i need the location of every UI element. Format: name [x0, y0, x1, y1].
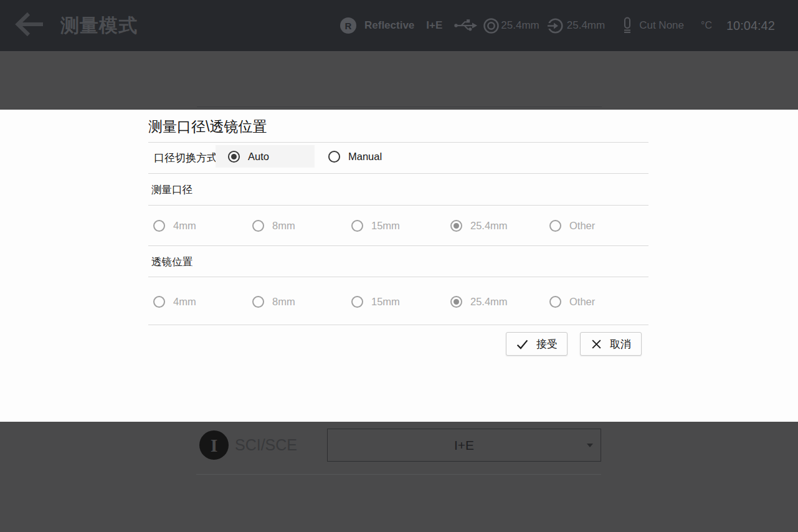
dialog-actions: 接受 取消 — [506, 332, 642, 356]
cancel-button-label: 取消 — [610, 337, 631, 351]
accept-button-label: 接受 — [536, 337, 558, 351]
clock: 10:04:42 — [726, 19, 775, 33]
back-button — [12, 11, 46, 40]
page-title: 测量模式 — [60, 0, 138, 51]
temperature-unit: °C — [701, 20, 712, 31]
scisce-row-label: SCI/SCE — [235, 429, 297, 462]
radio-unselected-icon[interactable] — [328, 151, 340, 163]
radio-unselected-icon — [351, 220, 363, 232]
radio-option-15mm: 15mm — [351, 214, 450, 237]
radio-unselected-icon — [252, 296, 264, 308]
uv-lamp-icon — [622, 17, 633, 35]
radio-option-other: Other — [549, 290, 648, 313]
lens-value: 25.4mm — [567, 19, 605, 32]
reflective-mode-icon: R — [340, 17, 356, 34]
arrow-left-icon — [13, 10, 45, 41]
lens-position-icon — [547, 17, 564, 34]
aperture-switch-label: 口径切换方式 — [154, 151, 217, 165]
radio-unselected-icon — [351, 296, 363, 308]
status-bar: R Reflective I+E 25 — [340, 0, 775, 51]
scisce-badge-icon: I — [199, 430, 229, 460]
radio-option-25-4mm: 25.4mm — [450, 290, 549, 313]
divider — [148, 245, 648, 246]
divider — [148, 325, 648, 325]
radio-manual-label: Manual — [348, 151, 382, 163]
section-label-aperture: 测量口径 — [151, 183, 192, 197]
divider — [148, 205, 648, 206]
radio-option-4mm: 4mm — [153, 214, 252, 237]
mode-label: Reflective — [364, 19, 414, 32]
aperture-options-row: 4mm 8mm 15mm 25.4mm Other — [153, 214, 648, 237]
radio-selected-icon — [450, 296, 462, 308]
aperture-value: 25.4mm — [501, 19, 539, 32]
aperture-icon — [483, 17, 500, 34]
top-bar: 测量模式 R Reflective I+E — [0, 0, 798, 51]
divider — [148, 173, 648, 174]
scisce-dropdown: I+E — [327, 429, 601, 462]
aperture-lens-dialog: 测量口径\透镜位置 口径切换方式 Auto Manual 测量口径 4mm — [0, 110, 798, 422]
radio-auto[interactable]: Auto — [216, 145, 315, 168]
lens-options-row: 4mm 8mm 15mm 25.4mm Other — [153, 290, 648, 313]
radio-unselected-icon — [549, 296, 561, 308]
section-label-lens: 透镜位置 — [151, 255, 192, 269]
radio-option-other: Other — [549, 214, 648, 237]
x-icon — [591, 338, 602, 350]
accept-button[interactable]: 接受 — [506, 332, 568, 356]
radio-unselected-icon — [252, 220, 264, 232]
background-divider-top — [197, 107, 602, 107]
radio-option-25-4mm: 25.4mm — [450, 214, 549, 237]
radio-unselected-icon — [153, 296, 165, 308]
cancel-button[interactable]: 取消 — [580, 332, 642, 356]
divider — [148, 142, 648, 143]
radio-manual[interactable]: Manual — [328, 145, 382, 168]
radio-option-15mm: 15mm — [351, 290, 450, 313]
radio-option-8mm: 8mm — [252, 214, 351, 237]
radio-option-8mm: 8mm — [252, 290, 351, 313]
check-icon — [516, 338, 529, 351]
radio-option-4mm: 4mm — [153, 290, 252, 313]
usb-icon — [454, 18, 477, 33]
radio-unselected-icon — [549, 220, 561, 232]
uv-cut-status: Cut None — [639, 19, 684, 32]
dialog-title: 测量口径\透镜位置 — [148, 117, 267, 136]
background-divider-bottom — [196, 474, 601, 475]
radio-auto-label: Auto — [248, 151, 269, 163]
measurement-mode-screen: 测量模式 R Reflective I+E — [0, 0, 798, 532]
radio-unselected-icon — [153, 220, 165, 232]
radio-selected-icon[interactable] — [228, 151, 240, 163]
radio-selected-icon — [450, 220, 462, 232]
divider — [148, 277, 648, 277]
chevron-down-icon — [587, 444, 593, 447]
scisce-dropdown-value: I+E — [454, 438, 474, 453]
specular-status: I+E — [426, 19, 442, 32]
